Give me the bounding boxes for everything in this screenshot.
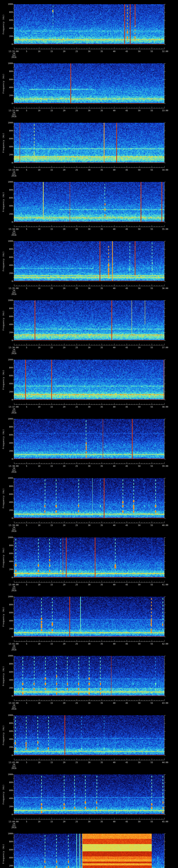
y-tick-label: 600 — [9, 553, 13, 555]
y-tick-label: 400 — [9, 264, 13, 266]
date-label: 2016 — [11, 827, 17, 829]
y-tick-label: 600 — [9, 730, 13, 732]
spectrogram-panel-13: Frequency (Hz)0200400600800100013:43:005… — [0, 711, 178, 770]
y-tick-label: 1000 — [8, 655, 13, 657]
y-tick-label: 600 — [9, 671, 13, 673]
x-tick-label: 45 — [125, 584, 128, 586]
x-tick-label: 15 — [51, 821, 53, 823]
y-tick-label: 400 — [9, 857, 13, 859]
date-label: 2016 — [11, 708, 17, 710]
y-tick-label: 800 — [9, 307, 13, 309]
x-tick-label: 55 — [151, 347, 153, 349]
y-tick-label: 600 — [9, 434, 13, 436]
x-tick-label: 55 — [151, 643, 153, 645]
y-tick-label: 400 — [9, 679, 13, 681]
y-tick-label: 400 — [9, 620, 13, 622]
x-tick-label: 35 — [100, 228, 103, 230]
y-tick-label: 800 — [9, 841, 13, 843]
x-tick-label: 25 — [76, 110, 78, 112]
y-tick-label: 800 — [9, 663, 13, 665]
y-tick-label: 600 — [9, 493, 13, 495]
y-tick-label: 800 — [9, 485, 13, 487]
x-tick-label: 55 — [151, 110, 153, 112]
x-tick-label: 5 — [26, 702, 27, 704]
y-tick-label: 1000 — [8, 536, 13, 538]
x-tick-label: 10 — [38, 465, 40, 467]
x-tick-label: 15 — [51, 287, 53, 289]
x-tick-label: 15 — [51, 465, 53, 467]
x-tick-label: 40:00 — [162, 524, 168, 526]
y-axis-label: Frequency (Hz) — [3, 725, 4, 745]
x-tick-label: 35 — [100, 347, 103, 349]
y-tick-label: 200 — [9, 865, 13, 867]
x-tick-label: 35 — [100, 762, 103, 764]
x-tick-label: 39:00 — [162, 465, 168, 467]
x-tick-label: 45 — [125, 821, 128, 823]
y-axis-label: Frequency (Hz) — [3, 784, 4, 804]
x-tick-label: 25 — [76, 465, 78, 467]
x-tick-label: 50 — [138, 702, 141, 704]
x-tick-label: 25 — [76, 702, 78, 704]
x-tick-label: 40 — [113, 287, 115, 289]
x-tick-label: 35 — [100, 702, 103, 704]
spectrogram-panel-14: Frequency (Hz)0200400600800100013:44:005… — [0, 770, 178, 830]
x-tick-label: 45 — [125, 643, 128, 645]
x-tick-label: 45 — [125, 465, 128, 467]
y-axis-label: Frequency (Hz) — [3, 844, 4, 864]
x-tick-label: 20 — [63, 110, 65, 112]
x-tick-label: 5 — [26, 110, 27, 112]
y-tick-label: 0 — [12, 517, 13, 519]
x-tick-label: 45 — [125, 524, 128, 526]
x-tick-label: 50 — [138, 51, 141, 53]
x-tick-label: 25 — [76, 524, 78, 526]
y-axis-label: Frequency (Hz) — [3, 429, 4, 449]
x-tick-label: 36:00 — [162, 287, 168, 289]
y-axis-label: Frequency (Hz) — [3, 14, 4, 34]
x-tick-label: 50 — [138, 228, 141, 230]
x-tick-label: 40 — [113, 465, 115, 467]
y-tick-label: 1000 — [8, 833, 13, 835]
x-tick-label: 20 — [63, 584, 65, 586]
y-tick-label: 200 — [9, 509, 13, 511]
spectrogram-stack: Frequency (Hz)0200400600800100013:31:005… — [0, 0, 178, 868]
y-tick-label: 800 — [9, 604, 13, 606]
y-tick-label: 200 — [9, 35, 13, 37]
x-tick-label: 20 — [63, 524, 65, 526]
x-tick-label: 35 — [100, 821, 103, 823]
y-tick-label: 0 — [12, 162, 13, 164]
x-tick-label: 25 — [76, 169, 78, 171]
x-tick-label: 30 — [88, 643, 90, 645]
x-tick-label: 50 — [138, 524, 141, 526]
x-tick-label: 40 — [113, 702, 115, 704]
date-label: 2016 — [11, 352, 17, 354]
x-tick-label: 55 — [151, 465, 153, 467]
y-tick-label: 400 — [9, 383, 13, 385]
y-tick-label: 600 — [9, 315, 13, 317]
y-tick-label: 0 — [12, 695, 13, 697]
y-axis-label: Frequency (Hz) — [3, 192, 4, 212]
spectrogram-panel-15: Frequency (Hz)0200400600800100013:45:005… — [0, 830, 178, 868]
x-tick-label: 25 — [76, 228, 78, 230]
x-tick-label: 55 — [151, 524, 153, 526]
x-tick-label: 45 — [125, 347, 128, 349]
x-tick-label: 40 — [113, 584, 115, 586]
spectrogram-panel-11: Frequency (Hz)0200400600800100013:41:005… — [0, 592, 178, 652]
date-label: 2016 — [11, 590, 17, 592]
x-tick-label: 10 — [38, 643, 40, 645]
x-tick-label: 40 — [113, 406, 115, 408]
y-tick-label: 0 — [12, 813, 13, 815]
x-tick-label: 35 — [100, 524, 103, 526]
x-tick-label: 15 — [51, 584, 53, 586]
y-tick-label: 0 — [12, 280, 13, 282]
x-tick-label: 50 — [138, 584, 141, 586]
y-tick-label: 1000 — [8, 596, 13, 597]
x-tick-label: 40 — [113, 762, 115, 764]
x-tick-label: 50 — [138, 169, 141, 171]
y-tick-label: 800 — [9, 722, 13, 724]
y-tick-label: 0 — [12, 399, 13, 401]
x-tick-label: 15 — [51, 406, 53, 408]
spectrogram-canvas — [0, 830, 178, 868]
x-tick-label: 45:00 — [162, 821, 168, 823]
y-tick-label: 0 — [12, 221, 13, 223]
x-tick-label: 55 — [151, 51, 153, 53]
